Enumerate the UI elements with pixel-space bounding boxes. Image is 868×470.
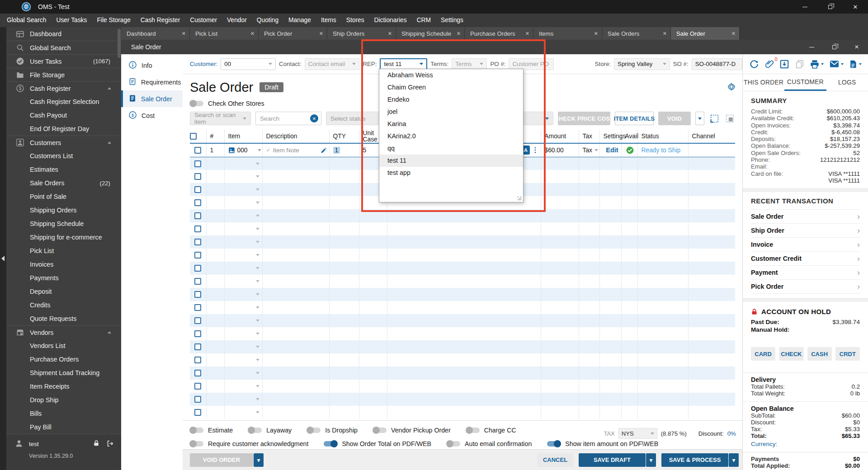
tab-items[interactable]: Items✕ [533, 27, 602, 40]
tax-dropdown[interactable]: Tax [583, 147, 592, 154]
download-icon[interactable] [779, 59, 789, 69]
tab-close-icon[interactable]: ✕ [591, 31, 598, 37]
tab-pick-order[interactable]: Pick Order✕ [259, 27, 327, 40]
void-order-button[interactable]: VOID ORDER [190, 453, 253, 467]
sidebar-item-estimates[interactable]: Estimates [6, 163, 121, 176]
rep-option-chaim-green[interactable]: Chaim Green [379, 81, 523, 94]
tab-pick-list[interactable]: Pick List✕ [190, 27, 259, 40]
item-dropdown-caret[interactable] [256, 228, 259, 230]
logout-icon[interactable] [106, 440, 114, 449]
item-dropdown-caret[interactable] [256, 398, 259, 400]
pay-button-cash[interactable]: CASH [807, 347, 832, 361]
item-note[interactable]: Item Note [273, 147, 299, 154]
sidebar-item-shipment-load-tracking[interactable]: Shipment Load Tracking [6, 366, 121, 380]
resize-grip[interactable] [518, 197, 522, 201]
sidebar-item-quote-requests[interactable]: Quote Requests [6, 312, 121, 325]
inner-minimize-button[interactable] [800, 40, 823, 54]
item-dropdown-caret[interactable] [256, 202, 259, 204]
row-checkbox[interactable] [194, 160, 201, 167]
sidebar-item-point-of-sale[interactable]: Point of Sale [6, 190, 121, 203]
row-checkbox[interactable] [194, 226, 201, 232]
rep-option-qq[interactable]: qq [379, 142, 523, 155]
menu-item-stores[interactable]: Stores [341, 14, 369, 27]
recent-customer-credit[interactable]: Customer Credit› [751, 252, 860, 266]
item-dropdown-caret[interactable] [256, 293, 259, 296]
sidebar-item-file-storage[interactable]: File Storage [6, 68, 121, 81]
select-all-checkbox[interactable] [190, 133, 197, 140]
item-details-button[interactable]: ITEM DETAILS [615, 112, 654, 125]
edit-pencil-icon[interactable] [321, 147, 327, 154]
item-dropdown-caret[interactable] [256, 175, 259, 178]
save-draft-button[interactable]: SAVE DRAFT [579, 453, 646, 467]
po-input[interactable]: Customer PO [509, 58, 553, 70]
tab-close-icon[interactable]: ✕ [385, 31, 392, 37]
sidebar-item-purchase-orders[interactable]: Purchase Orders [6, 352, 121, 366]
recent-sale-order[interactable]: Sale Order› [751, 210, 860, 224]
toggle-vendor-pickup-order[interactable]: Vendor Pickup Order [373, 427, 451, 434]
item-dropdown-caret[interactable] [256, 306, 259, 309]
tax-dropdown-field[interactable]: NYS [618, 428, 657, 439]
row-checkbox[interactable] [194, 330, 201, 337]
rep-option-karina2-0[interactable]: KArina2.0 [379, 130, 523, 142]
sidebar-item-payments[interactable]: Payments [6, 271, 121, 285]
panel-tab-this-order[interactable]: THIS ORDER [743, 74, 784, 91]
sidebar-item-credits[interactable]: Credits [6, 298, 121, 312]
discount-value[interactable]: 0% [727, 430, 736, 437]
clear-search-icon[interactable]: ✕ [310, 114, 318, 122]
inner-restore-button[interactable] [823, 40, 845, 54]
email-icon[interactable] [829, 59, 844, 69]
row-status[interactable]: Ready to Ship [642, 147, 681, 154]
item-dropdown-caret[interactable] [256, 241, 259, 243]
sidebar-item-bills[interactable]: Bills [6, 407, 121, 420]
sidebar-item-customers-list[interactable]: Customers List [6, 149, 121, 163]
row-checkbox[interactable] [194, 291, 201, 298]
terms-dropdown[interactable]: Terms [452, 58, 487, 70]
window-restore-button[interactable] [817, 0, 843, 14]
tab-dashboard[interactable]: Dashboard✕ [121, 27, 190, 40]
inner-close-button[interactable]: ✕ [845, 40, 868, 54]
row-checkbox[interactable] [194, 186, 201, 193]
currency-link[interactable]: Currency: [751, 441, 860, 447]
order-nav-info[interactable]: Info [121, 57, 183, 74]
edit-settings-link[interactable]: Edit [606, 146, 618, 154]
toggle-layaway[interactable]: Layaway [248, 427, 292, 434]
void-button[interactable]: VOID [658, 112, 691, 125]
rep-option-abraham-weiss[interactable]: Abraham Weiss [379, 69, 523, 81]
item-code[interactable]: 000 [237, 147, 248, 154]
row-checkbox[interactable] [194, 252, 201, 258]
toggle-show-item-amount-on-pdf-web[interactable]: Show item amount on PDF\WEB [547, 440, 658, 447]
tab-close-icon[interactable]: ✕ [729, 31, 736, 37]
row-checkbox[interactable] [194, 199, 201, 206]
sidebar-item-deposit[interactable]: Deposit [6, 285, 121, 298]
cancel-button[interactable]: CANCEL [537, 453, 573, 467]
grid-layout-icon[interactable] [709, 112, 720, 125]
sidebar-collapse-strip[interactable] [0, 27, 6, 470]
item-dropdown-caret[interactable] [256, 372, 259, 374]
rep-option-karina[interactable]: Karina [379, 118, 523, 130]
sidebar-item-cash-register-selection[interactable]: Cash Register Selection [6, 95, 121, 108]
toggle-require-customer-acknowledgment[interactable]: Require customer acknowledgment [190, 440, 308, 447]
row-checkbox[interactable] [194, 147, 201, 154]
sidebar-item-invoices[interactable]: Invoices [6, 258, 121, 271]
item-dropdown-caret[interactable] [256, 346, 259, 348]
kebab-menu-icon[interactable]: ⋮ [532, 146, 539, 155]
tab-close-icon[interactable]: ✕ [660, 31, 667, 37]
sidebar-scrollbar[interactable] [118, 29, 121, 58]
recent-pick-order[interactable]: Pick Order› [751, 280, 860, 294]
sidebar-item-dashboard[interactable]: Dashboard [6, 27, 121, 41]
row-checkbox[interactable] [194, 317, 201, 324]
print-icon[interactable] [810, 59, 824, 69]
recent-payment[interactable]: Payment› [751, 266, 860, 280]
rep-option-endeko[interactable]: Endeko [379, 94, 523, 106]
tab-close-icon[interactable]: ✕ [523, 31, 529, 37]
row-checkbox[interactable] [194, 343, 201, 350]
sidebar-item-pay-bill[interactable]: Pay Bill [6, 420, 121, 434]
rep-option-test-app[interactable]: test app [379, 167, 523, 179]
save-process-dropdown-button[interactable]: ▾ [729, 453, 739, 467]
tab-purchase-orders[interactable]: Purchase Orders✕ [465, 27, 533, 40]
toggle-estimate[interactable]: Estimate [190, 427, 233, 434]
customer-dropdown[interactable]: 00 [221, 58, 276, 70]
row-checkbox[interactable] [194, 173, 201, 180]
row-checkbox[interactable] [194, 278, 201, 285]
menu-item-crm[interactable]: CRM [412, 14, 436, 27]
